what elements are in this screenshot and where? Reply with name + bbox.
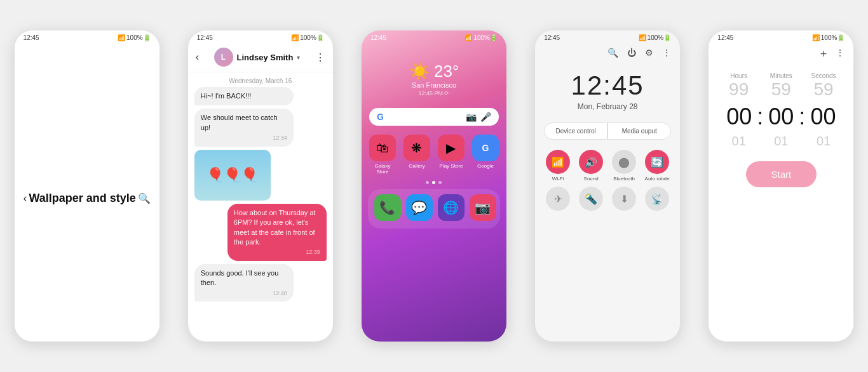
search-icon[interactable]: 🔍 [138,192,151,204]
qp-wifi[interactable]: 📶 Wi-Fi [544,150,572,182]
dot-2 [432,181,435,184]
timer-bot-minutes: 01 [760,134,803,149]
status-time-4: 12:45 [544,34,560,41]
weather-city: San Francisco [362,81,506,89]
app-google[interactable]: G Google [471,135,500,175]
airplane-icon: ✈ [546,187,570,211]
bubble-time-4: 12:40 [201,289,287,298]
wallpaper-header: ‹ Wallpaper and style 🔍 [15,43,159,342]
power-icon[interactable]: ⏻ [627,48,636,58]
autorotate-label: Auto rotate [645,176,670,182]
status-icons-2: 📶100%🔋 [291,34,324,41]
status-icons-1: 📶100%🔋 [118,34,151,41]
dot-indicators [362,178,506,187]
more-icon[interactable]: ⋮ [315,51,325,63]
tab-device-control[interactable]: Device control [544,123,607,140]
qp-flashlight[interactable]: 🔦 [577,187,605,211]
quick-panel-tabs: Device control Media ouput [544,123,671,140]
dock-messages[interactable]: 💬 [406,194,433,221]
timer-bottom-row: 01 01 01 [709,134,853,149]
wifi-icon: 📶 [546,150,570,174]
start-button[interactable]: Start [746,161,817,187]
status-bar-3: 12:45 📶100%🔋 [362,30,506,43]
timer-top-seconds: 59 [803,79,845,100]
timer-bot-hours: 01 [717,134,760,149]
back-icon-msg[interactable]: ‹ [196,51,199,63]
gallery-icon: ❋ [403,135,430,161]
timer-main-minutes[interactable]: 00 [768,103,794,130]
tab-media-output[interactable]: Media ouput [607,123,671,140]
message-date: Wednesday, March 16 [194,72,327,87]
dock-area: 📞 💬 🌐 📷 [368,189,500,229]
sound-label: Sound [584,176,599,182]
phone-timer: 12:45 📶100%🔋 + ⋮ Hours Minutes Seconds 9… [709,30,853,342]
contact-info[interactable]: L Lindsey Smith ▾ [214,48,301,67]
search-icon-qp[interactable]: 🔍 [607,48,618,58]
dock-browser[interactable]: 🌐 [438,194,465,221]
play-store-label: Play Store [440,163,463,169]
dock-phone[interactable]: 📞 [374,194,401,221]
app-play-store[interactable]: ▶ Play Store [437,135,466,175]
nfc-icon: 📡 [645,187,669,211]
quick-panel-top-icons: 🔍 ⏻ ⚙ ⋮ [535,43,680,58]
more-icon-qp[interactable]: ⋮ [662,48,671,58]
messages-header: ‹ L Lindsey Smith ▾ ⋮ [188,43,333,72]
contact-name: Lindsey Smith [237,53,294,62]
settings-icon[interactable]: ⚙ [645,48,653,58]
status-bar-1: 12:45 📶100%🔋 [15,30,159,43]
status-bar-2: 12:45 📶100%🔋 [188,30,333,43]
app-grid: 🛍 Galaxy Store ❋ Gallery ▶ Play Store G … [362,131,506,178]
app-galaxy-store[interactable]: 🛍 Galaxy Store [368,135,397,175]
status-icons-5: 📶100%🔋 [812,34,845,41]
bluetooth-icon: ⬤ [612,150,636,174]
plus-icon[interactable]: + [820,48,827,61]
timer-main-seconds[interactable]: 00 [810,103,836,130]
qp-nfc[interactable]: 📡 [643,187,671,211]
google-label: Google [477,163,494,169]
phone-icon: 📞 [374,194,401,221]
app-gallery[interactable]: ❋ Gallery [402,135,431,175]
browser-icon: 🌐 [438,194,465,221]
big-clock: 12:45 [535,70,680,101]
qp-autorotate[interactable]: 🔄 Auto rotate [643,150,671,182]
clock-display: 12:45 Mon, February 28 [535,58,680,117]
bubble-3: How about on Thursday at 6PM? If you are… [227,204,327,261]
timer-main-display: 00 : 00 : 00 [709,100,853,134]
qp-sound[interactable]: 🔊 Sound [577,150,605,182]
dot-3 [438,181,442,184]
qp-download[interactable]: ⬇ [610,187,638,211]
search-bar[interactable]: G 📷 🎤 [369,108,499,126]
phone-quick-panel: 12:45 📶100%🔋 🔍 ⏻ ⚙ ⋮ 12:45 Mon, February… [535,30,680,342]
flashlight-icon: 🔦 [579,187,603,211]
more-icon-timer[interactable]: ⋮ [836,48,844,61]
galaxy-store-label: Galaxy Store [368,163,397,175]
camera-icon: 📷 [470,194,496,221]
sound-icon: 🔊 [579,150,603,174]
bubble-1: Hi~! I'm BACK!!! [194,87,294,105]
back-icon[interactable]: ‹ [24,192,27,205]
balloon-image: 🎈🎈🎈 [194,150,271,201]
label-hours: Hours [717,72,760,79]
google-logo: G [377,112,384,122]
timer-sep-2: : [799,103,805,130]
mic-icon[interactable]: 🎤 [480,112,491,122]
weather-time: 12:45 PM ⟳ [362,90,506,96]
status-time-2: 12:45 [197,34,213,41]
status-icons-4: 📶100%🔋 [639,34,672,41]
timer-bot-seconds: 01 [803,134,845,149]
qp-airplane[interactable]: ✈ [544,187,572,211]
bubble-4: Sounds good. I'll see you then. 12:40 [194,264,294,302]
download-icon: ⬇ [612,187,636,211]
qp-bluetooth[interactable]: ⬤ Bluetooth [610,150,638,182]
phone-home: 12:45 📶100%🔋 ☀️ 23° San Francisco 12:45 … [362,30,506,342]
quick-panel-icons: 📶 Wi-Fi 🔊 Sound ⬤ Bluetooth 🔄 Auto rotat… [535,145,680,216]
status-time-1: 12:45 [24,34,39,41]
timer-main-hours[interactable]: 00 [726,103,752,130]
status-bar-5: 12:45 📶100%🔋 [709,30,853,43]
bubble-time-3: 12:39 [234,248,320,256]
dock-camera[interactable]: 📷 [470,194,496,221]
status-icons-3: 📶100%🔋 [465,34,498,41]
dot-1 [426,181,429,184]
wifi-label: Wi-Fi [552,176,564,182]
lens-icon[interactable]: 📷 [466,112,477,122]
